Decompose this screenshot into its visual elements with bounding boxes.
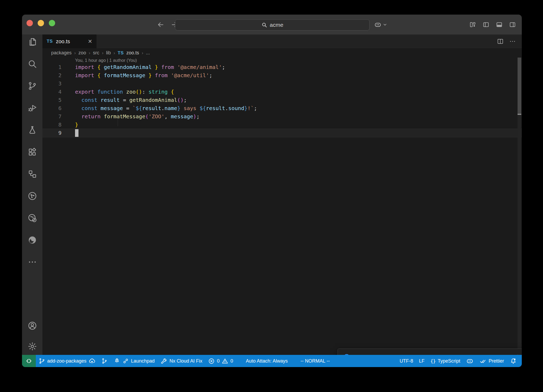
code-line-5[interactable]: 5 const result = getRandomAnimal(); [42,96,522,104]
status-item-scm-graph[interactable] [98,355,111,367]
activity-bar [22,34,42,355]
status-label: Auto Attach: Always [246,358,288,364]
breadcrumb-item[interactable]: packages [51,50,72,56]
testing-icon[interactable] [28,125,37,135]
breadcrumb-separator: › [113,50,115,56]
editor-group: TS zoo.ts ✕ packages›zoo›src›lib›TSzoo.t… [42,34,522,355]
status-item-auto-attach[interactable]: Auto Attach: Always [243,355,291,367]
status-item-scm-branch[interactable]: add-zoo-packages [36,355,98,367]
bell-dot-icon [510,358,517,364]
zoom-window-button[interactable] [49,20,55,26]
status-label: add-zoo-packages [47,358,86,364]
status-item-copilot-status[interactable] [463,355,476,367]
editor-scrollbar[interactable] [518,58,521,353]
line-number: 8 [42,121,62,129]
line-number: 3 [42,80,62,88]
line-number: 2 [42,71,62,80]
breadcrumb-separator: › [142,50,143,56]
status-item-notifications-bell[interactable] [507,355,520,367]
search-value: acme [270,22,283,28]
status-label: UTF-8 [400,358,413,364]
overview-ruler-cursor-marker [518,114,521,115]
line-number: 1 [42,63,62,71]
close-window-button[interactable] [27,20,33,26]
code-line-9[interactable]: 9 [42,129,522,137]
nx-cloud-icon[interactable] [28,213,37,223]
split-editor-icon[interactable] [497,38,504,45]
breadcrumb-item[interactable]: lib [106,50,111,56]
code-text: import { formatMessage } from '@acme/uti… [62,71,212,80]
code-text: return formatMessage('ZOO', message); [62,112,200,121]
status-label: Prettier [489,358,504,364]
breadcrumb-file[interactable]: zoo.ts [126,50,139,56]
status-label: -- NORMAL -- [300,358,330,364]
plug-icon [122,358,129,364]
status-item-formatter[interactable]: Prettier [476,355,507,367]
status-label: Nx Cloud AI Fix [169,358,202,364]
code-line-2[interactable]: 2import { formatMessage } from '@acme/ut… [42,71,522,80]
extensions-icon[interactable] [28,147,37,157]
code-line-6[interactable]: 6 const message = `${result.name} says $… [42,104,522,112]
customize-layout-icon[interactable] [469,21,476,28]
source-control-icon[interactable] [28,81,37,91]
command-center-search[interactable]: acme [175,19,370,31]
search-icon [261,22,268,28]
toggle-sidebar-left-icon[interactable] [483,21,489,28]
scrollbar-thumb[interactable] [518,58,521,114]
code-text: export function zoo(): string { [62,88,174,96]
more-views-icon[interactable] [28,257,37,267]
status-label: 0 [217,358,220,364]
minimize-window-button[interactable] [38,20,44,26]
breadcrumb-item[interactable]: zoo [78,50,86,56]
breadcrumb-separator: › [102,50,103,56]
run-debug-icon[interactable] [28,103,37,113]
search-icon[interactable] [28,59,37,69]
title-bar: acme [22,15,522,34]
chevron-down-icon[interactable] [383,22,387,27]
nx-console-icon[interactable] [28,191,37,201]
settings-icon[interactable] [28,342,37,351]
accounts-icon[interactable] [28,321,37,330]
code-line-1[interactable]: 1import { getRandomAnimal } from '@acme/… [42,63,522,71]
more-actions-icon[interactable] [509,38,516,45]
breadcrumb-overflow[interactable]: ... [146,50,150,56]
status-label: 0 [230,358,233,364]
edge-tools-icon[interactable] [28,235,37,245]
status-label: TypeScript [438,358,460,364]
status-item-vim-mode[interactable]: -- NORMAL -- [297,355,332,367]
breadcrumb-item[interactable]: src [93,50,99,56]
code-text: const result = getRandomAnimal(); [62,96,187,104]
code-editor[interactable]: You, 1 hour ago | 1 author (You) 1import… [42,58,522,355]
navigate-back-button[interactable] [157,21,165,29]
status-item-eol[interactable]: LF [416,355,427,367]
window-controls [27,20,55,26]
status-item-language[interactable]: {}TypeScript [427,355,463,367]
status-label: LF [419,358,424,364]
code-line-4[interactable]: 4export function zoo(): string { [42,88,522,96]
status-item-encoding[interactable]: UTF-8 [397,355,416,367]
line-number: 5 [42,96,62,104]
vscode-window: acme TS zoo.ts ✕ p [22,15,522,367]
tab-zoo-ts[interactable]: TS zoo.ts ✕ [42,34,97,48]
line-number: 7 [42,112,62,121]
rocket-icon [113,358,120,364]
status-item-problems[interactable]: 00 [205,355,236,367]
status-item-nx-cloud-ai-fix[interactable]: Nx Cloud AI Fix [157,355,205,367]
status-item-launchpad[interactable]: Launchpad [111,355,157,367]
code-text [62,129,78,137]
typescript-file-icon: TS [47,39,53,44]
explorer-icon[interactable] [28,37,37,47]
toggle-panel-icon[interactable] [496,21,503,28]
code-line-3[interactable]: 3 [42,80,522,88]
code-line-7[interactable]: 7 return formatMessage('ZOO', message); [42,112,522,121]
copilot-icon[interactable] [374,21,382,28]
git-blame-annotation: You, 1 hour ago | 1 author (You) [42,58,522,63]
references-icon[interactable] [28,169,37,179]
close-tab-icon[interactable]: ✕ [88,38,92,45]
toggle-sidebar-right-icon[interactable] [509,21,516,28]
error-circle-icon [208,358,215,364]
git-graph-icon [101,358,108,364]
code-line-8[interactable]: 8} [42,121,522,129]
code-text: import { getRandomAnimal } from '@acme/a… [62,63,225,71]
remote-indicator[interactable] [22,355,36,367]
